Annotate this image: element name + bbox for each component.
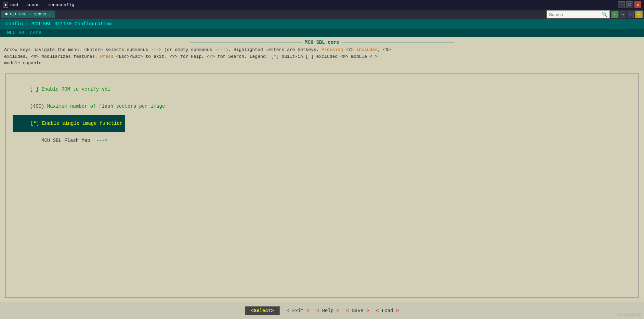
menu-item-enable-single[interactable]: [*] Enable single image function (13, 115, 125, 132)
load-button[interactable]: < Load > (376, 308, 399, 314)
item-label: MCU SBL Flash Map (41, 138, 96, 143)
title-bar-left: ■ cmd - scons --menuconfig (3, 2, 74, 8)
help-button[interactable]: < Help > (316, 308, 339, 314)
main-content: [ ] Enable ROM to verify sbl (400) Maxim… (0, 69, 644, 302)
title-text: cmd - scons --menuconfig (10, 2, 74, 8)
item-label: Maximum number of flash sectors per imag… (47, 104, 165, 109)
item-prefix: [ ] (30, 87, 41, 92)
lock-button[interactable]: 🔒 (635, 11, 643, 18)
menu-item-max-flash[interactable]: (400) Maximum number of flash sectors pe… (13, 98, 165, 115)
item-label: Enable single image function (39, 121, 123, 126)
item-prefix: (400) (30, 104, 47, 109)
menu-bar: ■ <1> cmd - scons - 🔍 + ▾ □ 🔒 (0, 10, 644, 19)
sub-path-text: MCU SBL core (7, 30, 41, 36)
info-text: Arrow keys navigate the menu. <Enter> se… (4, 46, 640, 67)
item-bracket-close: ] (36, 121, 39, 126)
minimize-button[interactable]: — (618, 1, 625, 8)
toolbar: 🔍 + ▾ □ 🔒 (547, 10, 643, 18)
tab-label: <1> cmd - scons - (9, 12, 51, 17)
tab-cmd-scons[interactable]: ■ <1> cmd - scons - (1, 11, 55, 18)
sub-path-bar: → MCU SBL core (0, 29, 644, 37)
maximize-button[interactable]: □ (626, 1, 633, 8)
bottom-bar: <Select> < Exit > < Help > < Save > < Lo… (0, 302, 644, 319)
search-box[interactable]: 🔍 (547, 10, 610, 18)
item-label: Enable ROM to verify sbl (41, 87, 110, 92)
search-input[interactable] (549, 12, 600, 17)
item-prefix (30, 138, 41, 143)
path-bar: .config - MCU-SBL RT1170 Configuration (0, 19, 644, 29)
sub-path-arrow: → (3, 30, 5, 36)
dropdown-button[interactable]: ▾ (620, 11, 626, 18)
menu-box: [ ] Enable ROM to verify sbl (400) Maxim… (5, 74, 639, 298)
page-button[interactable]: □ (628, 11, 634, 18)
info-line1: Arrow keys navigate the menu. <Enter> se… (4, 47, 391, 52)
select-button[interactable]: <Select> (245, 306, 279, 315)
menu-item-flash-map[interactable]: MCU SBL Flash Map ---> (13, 132, 107, 149)
info-line3: module capable (4, 61, 41, 66)
path-text: .config - MCU-SBL RT1170 Configuration (3, 21, 112, 27)
info-line2: excludes, <M> modularizes features. Pres… (4, 54, 378, 59)
item-arrow: ---> (96, 138, 108, 143)
add-button[interactable]: + (611, 11, 619, 18)
app-icon: ■ (3, 2, 8, 8)
watermark: CSDN @闪阳 (618, 313, 641, 318)
save-button[interactable]: < Save > (346, 308, 369, 314)
menu-item-enable-rom[interactable]: [ ] Enable ROM to verify sbl (13, 81, 110, 98)
title-bar-controls: — □ ✕ (618, 1, 641, 8)
item-star: * (34, 121, 36, 126)
search-icon[interactable]: 🔍 (602, 12, 607, 17)
item-bracket-open: [ (30, 121, 33, 126)
exit-button[interactable]: < Exit > (287, 308, 310, 314)
title-bar: ■ cmd - scons --menuconfig — □ ✕ (0, 0, 644, 10)
info-title: ─────────────────────────────────────── … (4, 40, 640, 45)
tab-icon: ■ (5, 12, 8, 17)
info-area: ─────────────────────────────────────── … (0, 37, 644, 69)
close-button[interactable]: ✕ (634, 1, 641, 8)
